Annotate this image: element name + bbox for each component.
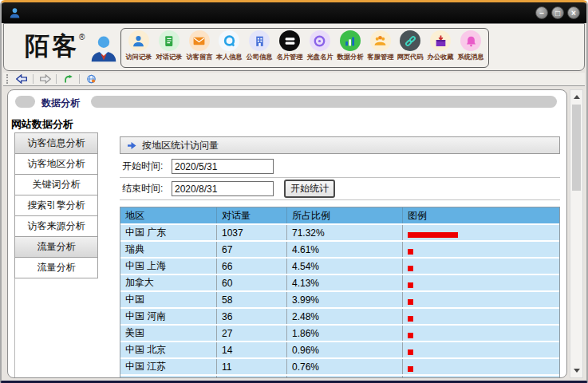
scroll-down-button[interactable]: [570, 365, 582, 377]
sidebar-item-label: 流量分析: [37, 241, 76, 252]
toolbar-item-8[interactable]: 数据分析: [335, 30, 365, 65]
cell-percent: 71.32%: [287, 225, 403, 240]
table-row[interactable]: 加拿大604.13%: [120, 275, 559, 290]
sidebar-item-2[interactable]: 访客地区分析: [14, 153, 98, 175]
service-people-icon: [370, 30, 391, 51]
sidebar-item-6[interactable]: 流量分析: [14, 236, 98, 258]
forward-button[interactable]: [36, 73, 53, 85]
tab-strip-bar[interactable]: [91, 96, 557, 108]
vertical-scrollbar[interactable]: [570, 89, 583, 378]
sidebar-item-4[interactable]: 搜索引擎分析: [14, 195, 98, 216]
sidebar-item-3[interactable]: 关键词分析: [14, 174, 98, 195]
sidebar-item-label: 关键词分析: [33, 179, 81, 190]
toolbar-item-7[interactable]: 光盘名片: [305, 30, 335, 65]
visitor-message-envelope-icon: [189, 30, 210, 51]
table-row[interactable]: 瑞典674.61%: [120, 242, 559, 257]
toolbar-items: 访问记录对话记录访客留言本人信息公司信息名片管理光盘名片数据分析客服管理网页代码…: [120, 28, 489, 68]
toolbar-item-label: 数据分析: [337, 53, 363, 62]
toolbar-item-11[interactable]: 办公收藏: [425, 30, 456, 65]
table-row[interactable]: 中国 北京140.96%: [120, 342, 559, 357]
back-button[interactable]: [13, 73, 30, 85]
cell-percent: 0.76%: [287, 359, 403, 374]
table-row[interactable]: 美国271.86%: [120, 326, 559, 341]
table-row[interactable]: 中国583.99%: [120, 292, 559, 307]
blue-arrow-icon: [127, 140, 137, 151]
start-time-input[interactable]: [172, 159, 274, 174]
cell-percent: 1.86%: [287, 326, 403, 341]
company-building-icon: [249, 30, 270, 51]
chevron-up-icon: [574, 95, 580, 99]
table-row[interactable]: 中国 广东103771.32%: [120, 225, 559, 240]
toolbar-item-10[interactable]: 网页代码: [395, 30, 425, 65]
toolbar-item-3[interactable]: 访客留言: [184, 30, 215, 65]
cell-percent: 4.61%: [287, 242, 403, 257]
cell-dialogs: 14: [217, 342, 287, 357]
toolbar-item-1[interactable]: 访问记录: [124, 30, 154, 65]
cell-region: 中国 广东: [120, 225, 217, 240]
section-header: 按地区统计访问量: [120, 136, 560, 154]
cell-dialogs: 11: [217, 359, 287, 374]
table-header-row: 地区 对话量 所占比例 图例: [120, 207, 559, 223]
cell-legend: [403, 275, 559, 290]
cell-dialogs: 66: [217, 259, 287, 274]
cell-dialogs: 36: [217, 309, 287, 324]
table-row[interactable]: 中国 上海664.54%: [120, 259, 559, 274]
close-button[interactable]: ×: [567, 6, 580, 19]
scrollbar-thumb[interactable]: [572, 105, 581, 191]
maximize-button[interactable]: □: [551, 6, 564, 19]
toolbar-item-9[interactable]: 客服管理: [365, 30, 396, 65]
toolbar-item-label: 客服管理: [367, 53, 393, 62]
legend-bar: [408, 266, 413, 271]
app-window: – □ × 陌客 ® 访问记录对话记录访客留言本人信息公司信息名片管理光盘名片数…: [0, 0, 588, 383]
office-favorites-inbox-icon: [430, 30, 451, 51]
sidebar-item-7[interactable]: 流量分析: [14, 257, 98, 278]
cell-percent: 4.13%: [287, 275, 403, 290]
cell-region: 中国 浙江: [120, 376, 217, 378]
cell-dialogs: 1037: [217, 225, 287, 240]
tab-data-analysis[interactable]: 数据分析: [41, 97, 80, 110]
cell-region: 中国: [120, 292, 217, 307]
start-statistics-button[interactable]: 开始统计: [284, 180, 335, 198]
logo-text: 陌客: [25, 30, 79, 62]
toolbar-item-6[interactable]: 名片管理: [274, 30, 305, 65]
toolbar-item-12[interactable]: 系统消息: [456, 30, 486, 65]
tab-stub[interactable]: [15, 96, 35, 108]
separator: [79, 74, 80, 84]
table-row[interactable]: 中国 浙江100.69%: [120, 376, 559, 378]
forward-arrow-icon: [39, 74, 51, 84]
toolbar-item-label: 办公收藏: [428, 53, 454, 62]
cell-region: 加拿大: [120, 275, 217, 290]
sidebar-item-5[interactable]: 访客来源分析: [14, 215, 98, 237]
home-button[interactable]: [82, 73, 100, 85]
legend-bar: [408, 366, 413, 372]
toolbar-item-5[interactable]: 公司信息: [244, 30, 274, 65]
column-header-percent: 所占比例: [287, 207, 403, 223]
toolbar-item-4[interactable]: 本人信息: [214, 30, 244, 65]
sidebar-item-label: 流量分析: [37, 262, 76, 273]
toolbar-grip: [6, 74, 9, 84]
cell-percent: 0.69%: [287, 376, 403, 378]
separator: [56, 74, 57, 84]
scroll-up-button[interactable]: [570, 91, 582, 103]
minimize-button[interactable]: –: [535, 6, 548, 19]
toolbar-item-2[interactable]: 对话记录: [154, 30, 184, 65]
cell-region: 中国 河南: [120, 309, 217, 324]
registered-mark: ®: [79, 33, 85, 41]
table-row[interactable]: 中国 河南362.48%: [120, 309, 559, 324]
cell-legend: [403, 259, 559, 274]
sidebar-item-1[interactable]: 访客信息分析: [14, 132, 98, 154]
cell-legend: [403, 342, 559, 357]
table-row[interactable]: 中国 江苏110.76%: [120, 359, 559, 374]
cell-legend: [403, 326, 559, 341]
my-info-circle-icon: [219, 30, 239, 51]
toolbar-item-label: 名片管理: [276, 53, 302, 62]
toolbar-item-label: 对话记录: [156, 53, 182, 62]
window-controls: – □ ×: [535, 6, 580, 19]
refresh-button[interactable]: [59, 73, 77, 85]
visit-record-person-icon: [128, 30, 149, 51]
end-time-input[interactable]: [172, 181, 274, 196]
cell-dialogs: 10: [217, 376, 287, 378]
title-bar: – □ ×: [2, 2, 586, 23]
toolbar-item-label: 网页代码: [397, 53, 424, 62]
toolbar-item-label: 访客留言: [186, 53, 212, 62]
